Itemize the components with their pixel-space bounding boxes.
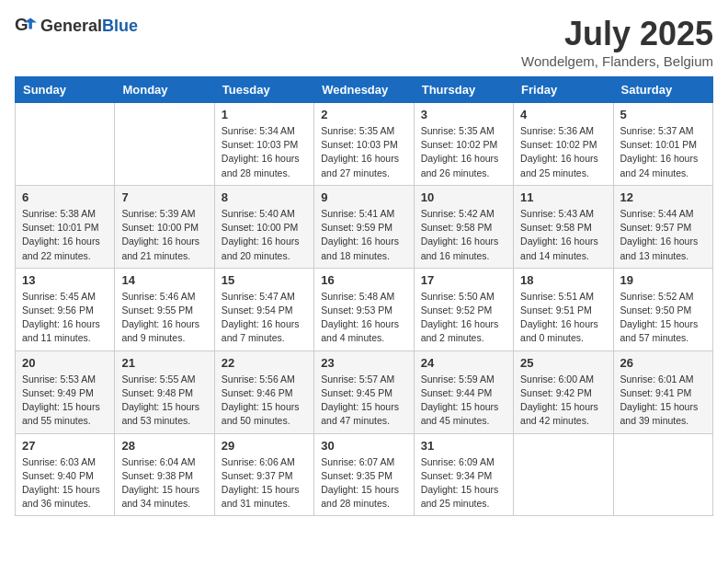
calendar-cell: 22Sunrise: 5:56 AM Sunset: 9:46 PM Dayli… <box>214 350 313 433</box>
calendar-cell: 17Sunrise: 5:50 AM Sunset: 9:52 PM Dayli… <box>414 268 513 350</box>
day-number: 30 <box>321 439 406 453</box>
day-number: 29 <box>222 439 307 453</box>
day-info: Sunrise: 5:35 AM Sunset: 10:02 PM Daylig… <box>421 124 506 180</box>
calendar-cell: 24Sunrise: 5:59 AM Sunset: 9:44 PM Dayli… <box>414 350 513 433</box>
calendar-cell: 31Sunrise: 6:09 AM Sunset: 9:34 PM Dayli… <box>414 433 513 516</box>
day-info: Sunrise: 5:41 AM Sunset: 9:59 PM Dayligh… <box>321 207 406 263</box>
month-title: July 2025 <box>521 15 713 53</box>
calendar-cell: 26Sunrise: 6:01 AM Sunset: 9:41 PM Dayli… <box>613 350 712 433</box>
day-number: 3 <box>421 108 506 121</box>
day-number: 9 <box>321 190 406 204</box>
calendar-cell: 15Sunrise: 5:47 AM Sunset: 9:54 PM Dayli… <box>214 268 313 350</box>
weekday-header: Wednesday <box>314 77 414 103</box>
day-info: Sunrise: 5:35 AM Sunset: 10:03 PM Daylig… <box>321 124 406 180</box>
calendar-cell: 23Sunrise: 5:57 AM Sunset: 9:45 PM Dayli… <box>314 350 414 433</box>
day-number: 10 <box>421 190 506 204</box>
calendar-cell: 30Sunrise: 6:07 AM Sunset: 9:35 PM Dayli… <box>314 433 414 516</box>
calendar-cell: 7Sunrise: 5:39 AM Sunset: 10:00 PM Dayli… <box>115 185 214 268</box>
calendar-cell: 4Sunrise: 5:36 AM Sunset: 10:02 PM Dayli… <box>514 103 613 186</box>
calendar-table: SundayMondayTuesdayWednesdayThursdayFrid… <box>15 76 713 516</box>
calendar-cell <box>514 433 613 516</box>
calendar-header-row: SundayMondayTuesdayWednesdayThursdayFrid… <box>16 77 713 103</box>
svg-text:G: G <box>15 15 28 34</box>
day-number: 25 <box>520 356 606 370</box>
day-number: 15 <box>222 273 307 287</box>
day-info: Sunrise: 5:40 AM Sunset: 10:00 PM Daylig… <box>222 207 307 263</box>
day-info: Sunrise: 5:50 AM Sunset: 9:52 PM Dayligh… <box>421 290 506 346</box>
day-info: Sunrise: 5:47 AM Sunset: 9:54 PM Dayligh… <box>222 290 307 346</box>
day-number: 12 <box>620 190 706 204</box>
day-info: Sunrise: 5:53 AM Sunset: 9:49 PM Dayligh… <box>22 373 108 429</box>
calendar-cell: 13Sunrise: 5:45 AM Sunset: 9:56 PM Dayli… <box>16 268 115 350</box>
day-info: Sunrise: 5:36 AM Sunset: 10:02 PM Daylig… <box>520 124 606 180</box>
day-number: 18 <box>520 273 606 287</box>
day-number: 8 <box>222 190 307 204</box>
weekday-header: Tuesday <box>214 77 313 103</box>
day-number: 1 <box>222 108 307 121</box>
day-info: Sunrise: 6:06 AM Sunset: 9:37 PM Dayligh… <box>222 455 307 511</box>
calendar-cell: 16Sunrise: 5:48 AM Sunset: 9:53 PM Dayli… <box>314 268 414 350</box>
day-number: 7 <box>121 190 207 204</box>
day-info: Sunrise: 5:42 AM Sunset: 9:58 PM Dayligh… <box>421 207 506 263</box>
day-number: 5 <box>620 108 706 121</box>
day-number: 2 <box>321 108 406 121</box>
calendar-cell: 27Sunrise: 6:03 AM Sunset: 9:40 PM Dayli… <box>16 433 115 516</box>
day-info: Sunrise: 5:57 AM Sunset: 9:45 PM Dayligh… <box>321 373 406 429</box>
day-info: Sunrise: 5:44 AM Sunset: 9:57 PM Dayligh… <box>620 207 706 263</box>
day-number: 31 <box>421 439 506 453</box>
day-number: 11 <box>520 190 606 204</box>
calendar-cell: 28Sunrise: 6:04 AM Sunset: 9:38 PM Dayli… <box>115 433 214 516</box>
day-number: 16 <box>321 273 406 287</box>
day-info: Sunrise: 5:45 AM Sunset: 9:56 PM Dayligh… <box>22 290 108 346</box>
title-area: July 2025 Wondelgem, Flanders, Belgium <box>521 15 713 69</box>
calendar-cell: 1Sunrise: 5:34 AM Sunset: 10:03 PM Dayli… <box>214 103 313 186</box>
calendar-cell: 9Sunrise: 5:41 AM Sunset: 9:59 PM Daylig… <box>314 185 414 268</box>
day-info: Sunrise: 5:37 AM Sunset: 10:01 PM Daylig… <box>620 124 706 180</box>
day-info: Sunrise: 6:00 AM Sunset: 9:42 PM Dayligh… <box>520 373 606 429</box>
day-info: Sunrise: 5:59 AM Sunset: 9:44 PM Dayligh… <box>421 373 506 429</box>
day-info: Sunrise: 5:55 AM Sunset: 9:48 PM Dayligh… <box>121 373 207 429</box>
day-number: 21 <box>121 356 207 370</box>
logo: G GeneralBlue <box>15 15 138 37</box>
day-number: 19 <box>620 273 706 287</box>
day-number: 6 <box>22 190 108 204</box>
calendar-cell: 20Sunrise: 5:53 AM Sunset: 9:49 PM Dayli… <box>16 350 115 433</box>
day-number: 28 <box>121 439 207 453</box>
weekday-header: Sunday <box>16 77 115 103</box>
day-number: 17 <box>421 273 506 287</box>
day-info: Sunrise: 6:09 AM Sunset: 9:34 PM Dayligh… <box>421 455 506 511</box>
day-info: Sunrise: 6:01 AM Sunset: 9:41 PM Dayligh… <box>620 373 706 429</box>
logo-general-text: General <box>40 17 102 35</box>
logo-blue-text: Blue <box>102 17 138 35</box>
day-number: 22 <box>222 356 307 370</box>
day-number: 13 <box>22 273 108 287</box>
day-info: Sunrise: 5:39 AM Sunset: 10:00 PM Daylig… <box>121 207 207 263</box>
calendar-header: G GeneralBlue July 2025 Wondelgem, Fland… <box>15 15 713 69</box>
day-number: 4 <box>520 108 606 121</box>
day-info: Sunrise: 6:07 AM Sunset: 9:35 PM Dayligh… <box>321 455 406 511</box>
day-info: Sunrise: 5:51 AM Sunset: 9:51 PM Dayligh… <box>520 290 606 346</box>
day-info: Sunrise: 6:04 AM Sunset: 9:38 PM Dayligh… <box>121 455 207 511</box>
day-info: Sunrise: 6:03 AM Sunset: 9:40 PM Dayligh… <box>22 455 108 511</box>
day-number: 26 <box>620 356 706 370</box>
day-info: Sunrise: 5:43 AM Sunset: 9:58 PM Dayligh… <box>520 207 606 263</box>
calendar-cell: 10Sunrise: 5:42 AM Sunset: 9:58 PM Dayli… <box>414 185 513 268</box>
day-info: Sunrise: 5:56 AM Sunset: 9:46 PM Dayligh… <box>222 373 307 429</box>
day-number: 20 <box>22 356 108 370</box>
weekday-header: Friday <box>514 77 613 103</box>
day-number: 24 <box>421 356 506 370</box>
calendar-cell: 29Sunrise: 6:06 AM Sunset: 9:37 PM Dayli… <box>214 433 313 516</box>
calendar-cell: 8Sunrise: 5:40 AM Sunset: 10:00 PM Dayli… <box>214 185 313 268</box>
weekday-header: Thursday <box>414 77 513 103</box>
calendar-cell: 2Sunrise: 5:35 AM Sunset: 10:03 PM Dayli… <box>314 103 414 186</box>
calendar-cell: 14Sunrise: 5:46 AM Sunset: 9:55 PM Dayli… <box>115 268 214 350</box>
calendar-cell: 19Sunrise: 5:52 AM Sunset: 9:50 PM Dayli… <box>613 268 712 350</box>
calendar-cell: 25Sunrise: 6:00 AM Sunset: 9:42 PM Dayli… <box>514 350 613 433</box>
day-info: Sunrise: 5:48 AM Sunset: 9:53 PM Dayligh… <box>321 290 406 346</box>
weekday-header: Saturday <box>613 77 712 103</box>
day-info: Sunrise: 5:52 AM Sunset: 9:50 PM Dayligh… <box>620 290 706 346</box>
calendar-cell: 12Sunrise: 5:44 AM Sunset: 9:57 PM Dayli… <box>613 185 712 268</box>
logo-icon: G <box>15 15 37 37</box>
day-number: 27 <box>22 439 108 453</box>
calendar-cell: 18Sunrise: 5:51 AM Sunset: 9:51 PM Dayli… <box>514 268 613 350</box>
